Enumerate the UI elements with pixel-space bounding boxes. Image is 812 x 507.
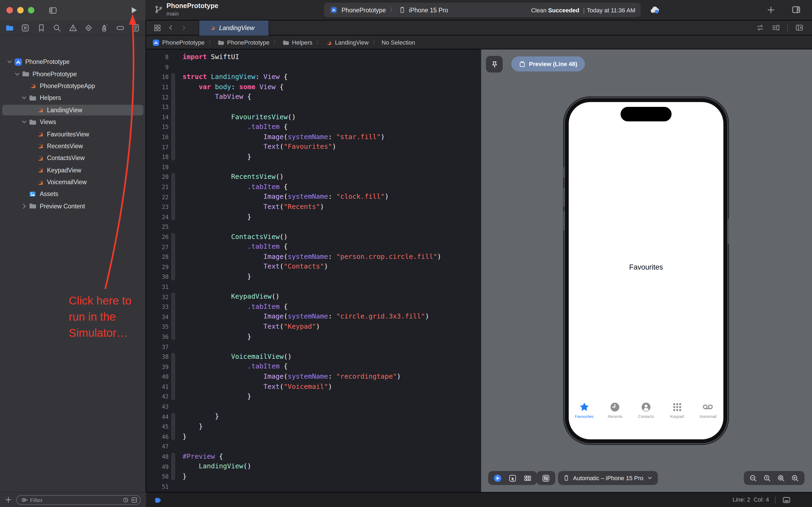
code-line-48[interactable]: 48#Preview { xyxy=(146,452,481,462)
navigator-tab-reportlist-icon[interactable] xyxy=(131,23,140,32)
code-line-24[interactable]: 24 } xyxy=(146,212,481,222)
code-line-17[interactable]: 17 Text("Favourites") xyxy=(146,142,481,152)
breadcrumb-item[interactable]: Helpers xyxy=(283,39,312,46)
app-screen[interactable]: Favourites FavouritesRecentsContactsKeyp… xyxy=(569,102,723,439)
pin-preview-button[interactable] xyxy=(486,56,503,72)
navigator-tab-testdiamond-icon[interactable] xyxy=(84,23,93,32)
code-line-29[interactable]: 29 Text("Contacts") xyxy=(146,262,481,272)
editor-layout-icon[interactable] xyxy=(781,496,792,504)
breakpoints-toggle-icon[interactable] xyxy=(154,497,162,503)
breadcrumb-item[interactable]: PhonePrototype xyxy=(218,39,270,46)
code-line-38[interactable]: 38 VoicemailView() xyxy=(146,352,481,362)
zoom-window-button[interactable] xyxy=(28,7,35,13)
fold-ribbon-mark[interactable] xyxy=(171,233,175,280)
code-line-23[interactable]: 23 Text("Recents") xyxy=(146,202,481,212)
scheme-selector[interactable]: PhonePrototype 〉 iPhone 15 Pro Clean Suc… xyxy=(324,3,641,17)
code-line-35[interactable]: 35 Text("Keypad") xyxy=(146,322,481,332)
zoom-to-fit-button[interactable] xyxy=(777,474,785,482)
phone-tab-voicemail[interactable]: Voicemail xyxy=(693,402,723,426)
editor-options-icon[interactable] xyxy=(772,23,780,32)
code-line-51[interactable]: 51 xyxy=(146,482,481,492)
code-line-32[interactable]: 32 KeypadView() xyxy=(146,292,481,302)
live-preview-button[interactable] xyxy=(494,474,502,482)
sidebar-item-preview-content[interactable]: Preview Content xyxy=(0,200,146,212)
preview-device-selector[interactable]: Automatic – iPhone 15 Pro xyxy=(558,471,658,485)
code-line-50[interactable]: 50} xyxy=(146,471,481,482)
fold-ribbon-mark[interactable] xyxy=(171,413,175,440)
navigator-tab-bookmark-icon[interactable] xyxy=(37,23,46,32)
code-line-31[interactable]: 31 xyxy=(146,282,481,292)
breadcrumb-item[interactable]: No Selection xyxy=(382,39,415,46)
fold-ribbon-mark[interactable] xyxy=(171,293,175,340)
xcode-cloud-icon[interactable] xyxy=(648,5,661,15)
code-line-26[interactable]: 26 ContactsView() xyxy=(146,232,481,242)
preview-chip[interactable]: Preview (Line 48) xyxy=(511,56,585,71)
code-line-46[interactable]: 46} xyxy=(146,432,481,442)
phone-tab-favourites[interactable]: Favourites xyxy=(569,402,599,426)
source-editor[interactable]: 8import SwiftUI910struct LandingView: Vi… xyxy=(146,49,481,492)
breadcrumb-item[interactable]: LandingView xyxy=(325,39,369,46)
disclosure-down-icon[interactable] xyxy=(14,71,20,77)
disclosure-down-icon[interactable] xyxy=(21,95,27,101)
code-line-44[interactable]: 44 } xyxy=(146,412,481,421)
code-line-28[interactable]: 28 Image(systemName: "person.crop.circle… xyxy=(146,252,481,262)
code-line-25[interactable]: 25 xyxy=(146,222,481,232)
fold-ribbon-mark[interactable] xyxy=(171,353,175,400)
code-line-40[interactable]: 40 Image(systemName: "recordingtape") xyxy=(146,372,481,382)
selectable-mode-button[interactable] xyxy=(509,474,517,482)
code-line-43[interactable]: 43 xyxy=(146,402,481,412)
code-line-21[interactable]: 21 .tabItem { xyxy=(146,182,481,192)
code-line-37[interactable]: 37 xyxy=(146,342,481,351)
navigator-tab-spray-icon[interactable] xyxy=(100,23,109,32)
device-settings-button[interactable] xyxy=(536,471,555,485)
phone-tab-contacts[interactable]: Contacts xyxy=(631,402,661,426)
sidebar-item-views[interactable]: Views xyxy=(0,116,146,128)
tab-landingview[interactable]: LandingView xyxy=(199,20,269,35)
disclosure-down-icon[interactable] xyxy=(21,119,27,125)
sidebar-item-phoneprototype[interactable]: PhonePrototype xyxy=(0,56,146,68)
sidebar-item-voicemailview[interactable]: VoicemailView xyxy=(0,176,146,188)
code-line-49[interactable]: 49 LandingView() xyxy=(146,462,481,471)
recent-files-icon[interactable] xyxy=(122,497,129,503)
sidebar-item-phoneprototypeapp[interactable]: PhonePrototypeApp xyxy=(0,80,146,92)
disclosure-down-icon[interactable] xyxy=(6,59,13,65)
sidebar-item-recentsview[interactable]: RecentsView xyxy=(0,140,146,152)
go-forward-icon[interactable] xyxy=(180,24,187,31)
build-status[interactable]: Clean Succeeded |Today at 11:36 AM xyxy=(531,7,635,13)
code-line-16[interactable]: 16 Image(systemName: "star.fill") xyxy=(146,132,481,142)
navigator-tab-search-icon[interactable] xyxy=(53,23,61,32)
code-line-13[interactable]: 13 xyxy=(146,102,481,112)
sidebar-item-keypadview[interactable]: KeypadView xyxy=(0,164,146,176)
code-line-12[interactable]: 12 TabView { xyxy=(146,92,481,102)
related-items-icon[interactable] xyxy=(154,24,161,32)
scheme-device-label[interactable]: iPhone 15 Pro xyxy=(409,7,448,13)
navigator-tab-warning-icon[interactable] xyxy=(68,23,77,32)
code-line-47[interactable]: 47 xyxy=(146,442,481,451)
sidebar-item-landingview[interactable]: LandingView xyxy=(0,104,146,116)
sidebar-item-phoneprototype[interactable]: PhonePrototype xyxy=(0,68,146,80)
toggle-left-sidebar-icon[interactable] xyxy=(48,6,57,14)
code-line-18[interactable]: 18 } xyxy=(146,152,481,162)
fold-ribbon-mark[interactable] xyxy=(171,73,175,160)
navigator-tab-folder-icon[interactable] xyxy=(5,23,14,32)
code-line-14[interactable]: 14 FavouritesView() xyxy=(146,112,481,122)
toggle-right-inspector-icon[interactable] xyxy=(791,5,801,14)
code-line-20[interactable]: 20 RecentsView() xyxy=(146,172,481,182)
filter-field[interactable]: Filter xyxy=(16,495,141,505)
fold-ribbon-mark[interactable] xyxy=(171,453,175,480)
code-line-36[interactable]: 36 } xyxy=(146,332,481,342)
code-line-22[interactable]: 22 Image(systemName: "clock.fill") xyxy=(146,192,481,202)
code-line-11[interactable]: 11 var body: some View { xyxy=(146,82,481,92)
go-back-icon[interactable] xyxy=(168,24,174,31)
sidebar-item-helpers[interactable]: Helpers xyxy=(0,92,146,104)
navigator-tab-capsule-icon[interactable] xyxy=(116,23,124,32)
code-line-41[interactable]: 41 Text("Voicemail") xyxy=(146,382,481,392)
code-line-9[interactable]: 9 xyxy=(146,62,481,72)
code-line-30[interactable]: 30 } xyxy=(146,272,481,282)
add-editor-icon[interactable] xyxy=(795,23,803,32)
filter-flags-icon[interactable] xyxy=(131,497,137,503)
code-line-19[interactable]: 19 xyxy=(146,162,481,172)
code-line-42[interactable]: 42 } xyxy=(146,392,481,401)
navigator-tab-xsquare-icon[interactable] xyxy=(21,23,30,32)
disclosure-right-icon[interactable] xyxy=(21,203,27,210)
